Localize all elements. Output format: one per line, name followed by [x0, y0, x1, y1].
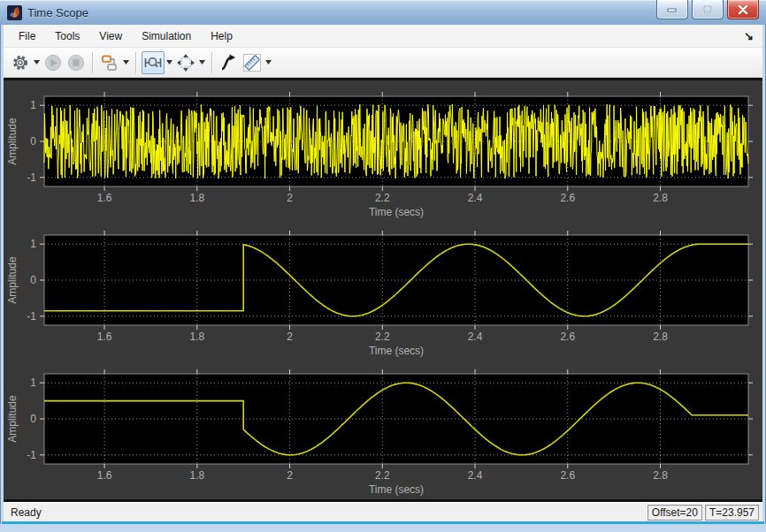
toolbar-separator: [211, 52, 213, 73]
x-tick-label: 2.2: [375, 192, 390, 204]
plot1-noise-chart[interactable]: 1.61.822.22.42.62.810-1Time (secs)Amplit…: [4, 80, 762, 219]
status-bar: Ready Offset=20 T=23.957: [4, 502, 762, 522]
step-forward-button[interactable]: [218, 51, 241, 74]
x-tick-label: 2.4: [468, 192, 483, 204]
x-axis-title: Time (secs): [369, 483, 424, 496]
plot3-sine-chart[interactable]: 1.61.822.22.42.62.810-1Time (secs)Amplit…: [4, 358, 762, 497]
y-tick-label: 0: [30, 135, 36, 148]
toolbar-separator: [135, 52, 137, 73]
x-tick-label: 1.8: [189, 469, 204, 482]
window-title: Time Scope: [27, 6, 88, 19]
x-axis-title: Time (secs): [369, 345, 424, 357]
minimize-button[interactable]: [656, 0, 688, 19]
x-tick-label: 1.8: [189, 331, 204, 343]
x-tick-label: 2.4: [468, 469, 483, 482]
stop-icon: [67, 54, 85, 72]
title-bar: Time Scope: [0, 0, 766, 25]
menu-help[interactable]: Help: [201, 27, 242, 46]
zoom-x-button[interactable]: [142, 51, 165, 74]
x-tick-label: 2.4: [468, 331, 483, 343]
window-bottom-border: [0, 524, 766, 532]
menu-tools[interactable]: Tools: [45, 27, 89, 46]
x-axis-title: Time (secs): [369, 206, 424, 218]
y-axis-title: Amplitude: [6, 118, 19, 165]
maximize-button[interactable]: [692, 0, 724, 19]
app-icon: [7, 5, 22, 20]
x-tick-label: 2.2: [375, 331, 390, 343]
x-tick-label: 2.6: [560, 469, 575, 482]
gear-icon: [11, 53, 30, 72]
menu-simulation[interactable]: Simulation: [132, 27, 201, 46]
menu-view[interactable]: View: [89, 27, 132, 46]
chevron-down-icon: [265, 60, 272, 65]
plot-block-3: 1.61.822.22.42.62.810-1Time (secs)Amplit…: [4, 358, 762, 497]
play-button: [42, 51, 65, 74]
source-blocks-button[interactable]: [98, 51, 121, 74]
x-tick-label: 2: [287, 469, 293, 482]
menu-file[interactable]: File: [9, 27, 45, 46]
x-tick-label: 2: [287, 192, 293, 204]
minimize-icon: [667, 5, 678, 13]
simulink-blocks-icon: [100, 53, 119, 72]
y-tick-label: 1: [30, 376, 36, 389]
chevron-down-icon: [199, 60, 205, 65]
x-tick-label: 2.8: [653, 192, 668, 204]
measurements-dropdown[interactable]: [264, 51, 273, 74]
y-tick-label: 1: [30, 99, 36, 111]
dock-icon[interactable]: ↘: [744, 29, 754, 42]
play-icon: [44, 54, 62, 72]
maximize-icon: [702, 5, 713, 14]
y-axis-title: Amplitude: [6, 395, 19, 443]
zoom-x-dropdown[interactable]: [165, 51, 174, 74]
configuration-dropdown[interactable]: [32, 51, 42, 74]
x-tick-label: 2: [287, 331, 293, 343]
y-tick-label: 0: [30, 274, 36, 286]
scale-axes-button[interactable]: [174, 51, 197, 74]
y-axis-title: Amplitude: [6, 256, 19, 304]
plot-block-2: 1.61.822.22.42.62.810-1Time (secs)Amplit…: [4, 219, 762, 358]
plot-block-1: 1.61.822.22.42.62.810-1Time (secs)Amplit…: [4, 80, 762, 219]
close-button[interactable]: [727, 0, 759, 19]
x-tick-label: 1.6: [97, 331, 112, 343]
x-tick-label: 2.6: [560, 192, 575, 204]
y-tick-label: -1: [27, 449, 36, 461]
x-tick-label: 1.6: [97, 192, 112, 204]
time-scope-window: Time Scope File Tools View: [0, 0, 766, 532]
y-tick-label: -1: [27, 310, 36, 323]
status-text: Ready: [4, 506, 42, 519]
source-blocks-dropdown[interactable]: [121, 51, 131, 74]
y-tick-label: 1: [30, 238, 36, 250]
close-icon: [738, 5, 748, 14]
zoom-x-icon: [143, 53, 163, 72]
chevron-down-icon: [34, 60, 40, 65]
x-tick-label: 2.6: [560, 331, 575, 343]
scope-display-panel: 1.61.822.22.42.62.810-1Time (secs)Amplit…: [4, 78, 762, 502]
menu-bar: File Tools View Simulation Help ↘: [4, 25, 762, 48]
scale-axes-dropdown[interactable]: [197, 51, 207, 74]
stop-button: [65, 51, 88, 74]
x-tick-label: 2.8: [653, 331, 668, 343]
chevron-down-icon: [166, 60, 172, 65]
x-tick-label: 2.2: [375, 469, 390, 482]
chevron-down-icon: [123, 60, 129, 65]
x-tick-label: 1.8: [189, 192, 204, 204]
measurements-button[interactable]: [241, 51, 264, 74]
y-tick-label: 0: [30, 413, 36, 425]
configuration-button[interactable]: [9, 51, 32, 74]
step-signal-icon: [219, 53, 239, 72]
scale-axes-icon: [176, 53, 195, 72]
toolbar-separator: [92, 52, 94, 73]
offset-indicator: Offset=20: [647, 505, 702, 521]
ruler-icon: [241, 52, 263, 73]
time-indicator: T=23.957: [705, 505, 759, 521]
toolbar: [4, 48, 762, 78]
x-tick-label: 1.6: [97, 469, 112, 482]
x-tick-label: 2.8: [653, 469, 668, 482]
plot2-sine-chart[interactable]: 1.61.822.22.42.62.810-1Time (secs)Amplit…: [4, 219, 762, 358]
y-tick-label: -1: [27, 171, 36, 184]
